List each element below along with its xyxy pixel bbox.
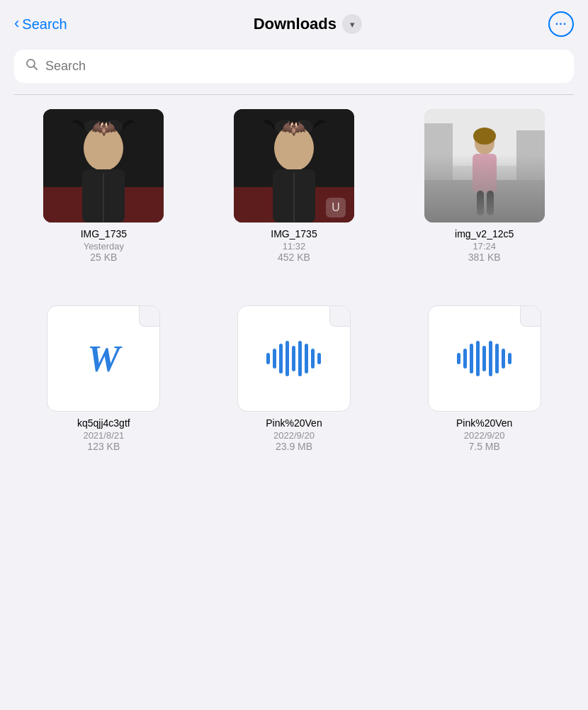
svg-rect-26 [487,191,494,215]
svg-point-11 [275,120,295,134]
file-thumbnail [237,305,351,412]
search-input[interactable] [45,59,562,74]
svg-point-27 [473,128,496,145]
svg-rect-20 [424,123,453,180]
back-button[interactable]: ‹ Search [14,16,67,33]
file-item[interactable]: img_v2_12c5 17:24 381 KB [395,109,574,263]
file-date: 2022/9/20 [464,430,505,441]
file-item[interactable]: W kq5qjj4c3gtf 2021/8/21 123 KB [14,305,193,452]
file-size: 381 KB [468,252,501,263]
file-item[interactable]: Pink%20Ven 2022/9/20 23.9 MB [205,305,384,452]
file-name: Pink%20Ven [266,417,322,429]
file-size: 452 KB [278,252,310,263]
file-name: Pink%20Ven [456,417,512,429]
file-date: Yesterday [84,241,124,252]
file-date: 17:24 [473,241,496,252]
svg-rect-22 [424,180,545,222]
image-files-section: IMG_1735 Yesterday 25 KB [0,95,588,270]
svg-point-13 [274,125,314,171]
svg-line-1 [34,67,38,70]
word-icon: W [87,338,120,380]
svg-point-4 [84,120,104,134]
file-date: 11:32 [283,241,306,252]
file-size: 123 KB [87,441,120,452]
svg-rect-24 [473,154,497,193]
svg-point-5 [103,120,123,134]
svg-rect-21 [516,130,545,180]
doc-file-grid: W kq5qjj4c3gtf 2021/8/21 123 KB [14,305,574,452]
title-area: Downloads ▾ [254,14,362,34]
back-label: Search [22,16,67,33]
svg-point-6 [84,125,123,171]
audio-waveform-icon [457,341,511,376]
file-size: 25 KB [90,252,117,263]
back-chevron-icon: ‹ [14,14,19,33]
file-name: img_v2_12c5 [455,228,514,240]
file-thumbnail [428,305,541,412]
svg-text:U: U [332,201,340,213]
svg-rect-25 [477,191,484,215]
file-name: IMG_1735 [81,228,127,240]
file-thumbnail: W [47,305,160,412]
doc-files-section: W kq5qjj4c3gtf 2021/8/21 123 KB [0,291,588,459]
audio-waveform-icon [266,341,321,376]
page-title: Downloads [254,15,337,33]
file-size: 7.5 MB [468,441,499,452]
file-name: kq5qjj4c3gtf [77,417,130,429]
file-item[interactable]: Pink%20Ven 2022/9/20 7.5 MB [395,305,574,452]
file-item[interactable]: IMG_1735 Yesterday 25 KB [14,109,193,263]
file-thumbnail [43,109,164,222]
file-date: 2021/8/21 [83,430,124,441]
more-options-button[interactable]: ··· [548,11,574,37]
svg-point-12 [293,120,313,134]
search-icon [26,58,38,74]
image-file-grid: IMG_1735 Yesterday 25 KB [14,109,574,263]
file-thumbnail: U [234,109,354,222]
search-bar[interactable] [14,50,574,83]
file-name: IMG_1735 [271,228,317,240]
file-date: 2022/9/20 [273,430,315,441]
search-bar-container [0,44,588,94]
ellipsis-icon: ··· [555,18,567,30]
header: ‹ Search Downloads ▾ ··· [0,0,588,44]
file-thumbnail [424,109,545,222]
title-dropdown-button[interactable]: ▾ [342,14,362,34]
file-size: 23.9 MB [276,441,312,452]
file-item[interactable]: U IMG_1735 11:32 452 KB [205,109,384,263]
chevron-down-icon: ▾ [350,20,355,29]
